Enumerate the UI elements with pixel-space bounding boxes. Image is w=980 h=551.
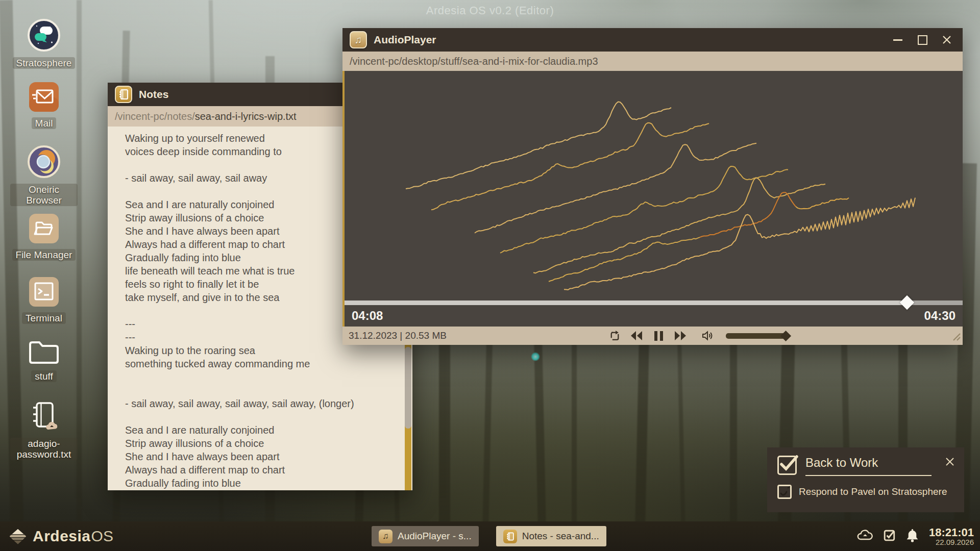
loop-button[interactable] bbox=[608, 329, 621, 342]
clock-date: 22.09.2026 bbox=[936, 538, 974, 546]
music-note-icon: ♫ bbox=[355, 34, 362, 46]
audioplayer-control-bar: 31.12.2023 | 20.53 MB bbox=[342, 327, 963, 345]
playback-controls bbox=[608, 327, 792, 345]
audioplayer-window: ♫ AudioPlayer /vincent-pc/desktop/stuff/… bbox=[342, 28, 963, 345]
desktop-icon-adagio-password[interactable]: adagio-password.txt bbox=[10, 401, 78, 460]
todo-title-checkbox[interactable] bbox=[777, 456, 797, 475]
taskbar-item-audioplayer[interactable]: ♫ AudioPlayer - s... bbox=[372, 526, 479, 546]
desktop-icon-label: stuff bbox=[31, 370, 57, 382]
desktop-icon-label: File Manager bbox=[12, 249, 76, 261]
audioplayer-window-title: AudioPlayer bbox=[374, 34, 436, 46]
volume-slider[interactable] bbox=[726, 333, 792, 339]
total-time: 04:30 bbox=[924, 309, 955, 323]
music-note-icon: ♫ bbox=[379, 530, 393, 543]
notes-app-icon bbox=[115, 86, 132, 103]
desktop-icon-label: Mail bbox=[32, 117, 57, 129]
desktop-icon-mail[interactable]: Mail bbox=[10, 82, 78, 129]
pause-button[interactable] bbox=[652, 329, 665, 342]
volume-fill bbox=[726, 333, 786, 339]
clock-time: 18:21:01 bbox=[929, 527, 974, 538]
close-button[interactable] bbox=[941, 34, 952, 45]
resize-grip[interactable] bbox=[952, 332, 961, 343]
desktop-icon-terminal[interactable]: Terminal bbox=[10, 277, 78, 324]
desktop-icon-oneiric-browser[interactable]: Oneiric Browser bbox=[10, 145, 78, 206]
notebook-icon bbox=[503, 530, 517, 543]
bell-icon[interactable] bbox=[906, 529, 918, 544]
sparkle-glow bbox=[531, 352, 540, 361]
notification-close-icon[interactable] bbox=[945, 457, 955, 468]
todo-notification: Back to Work Respond to Pavel on Stratos… bbox=[767, 447, 964, 512]
stratosphere-chat-icon bbox=[27, 18, 61, 54]
mail-icon bbox=[29, 82, 59, 114]
taskbar: ArdesiaOS ♫ AudioPlayer - s... Notes - s… bbox=[0, 521, 980, 551]
todo-title: Back to Work bbox=[805, 456, 932, 476]
current-time: 04:08 bbox=[352, 309, 383, 323]
taskbar-tasks: ♫ AudioPlayer - s... Notes - sea-and... bbox=[372, 526, 606, 546]
minimize-button[interactable] bbox=[892, 34, 903, 45]
seek-bar[interactable] bbox=[345, 300, 963, 305]
cloud-sync-icon[interactable] bbox=[856, 529, 873, 543]
desktop-icon-label: Stratosphere bbox=[13, 57, 76, 69]
brand-name: Ardesia bbox=[33, 528, 91, 544]
todo-item-checkbox[interactable] bbox=[777, 485, 792, 499]
notebook-file-icon bbox=[28, 401, 60, 435]
desktop-icon-file-manager[interactable]: File Manager bbox=[10, 213, 78, 261]
oneiric-browser-icon bbox=[27, 145, 61, 181]
audioplayer-path-bar: /vincent-pc/desktop/stuff/sea-and-i-mix-… bbox=[342, 52, 963, 71]
volume-handle[interactable] bbox=[780, 330, 791, 341]
taskbar-item-label: AudioPlayer - s... bbox=[398, 531, 472, 542]
brand-suffix: OS bbox=[91, 528, 113, 544]
audioplayer-app-icon: ♫ bbox=[350, 31, 367, 48]
todo-item-label: Respond to Pavel on Stratosphere bbox=[799, 486, 947, 497]
os-watermark: Ardesia OS v0.2 (Editor) bbox=[426, 4, 554, 17]
folder-icon bbox=[28, 340, 60, 367]
desktop-icon-label: Oneiric Browser bbox=[10, 184, 78, 206]
terminal-icon bbox=[29, 277, 59, 309]
desktop-icon-stratosphere[interactable]: Stratosphere bbox=[10, 18, 78, 69]
maximize-button[interactable] bbox=[917, 34, 928, 45]
file-manager-icon bbox=[29, 213, 59, 246]
ardesia-logo-icon bbox=[8, 528, 28, 545]
audioplayer-titlebar[interactable]: ♫ AudioPlayer bbox=[342, 28, 963, 52]
time-row: 04:08 04:30 bbox=[345, 305, 963, 327]
desktop: Ardesia OS v0.2 (Editor) Stratosphere bbox=[0, 0, 980, 551]
tasks-check-icon[interactable] bbox=[884, 529, 896, 543]
seek-bar-played bbox=[345, 300, 907, 305]
taskbar-clock: 18:21:01 22.09.2026 bbox=[929, 527, 974, 546]
taskbar-item-label: Notes - sea-and... bbox=[522, 531, 599, 542]
system-tray: 18:21:01 22.09.2026 bbox=[856, 521, 974, 551]
audioplayer-visualizer-panel: 04:08 04:30 bbox=[342, 71, 963, 327]
notes-scrollbar-thumb[interactable] bbox=[405, 347, 411, 429]
taskbar-item-notes[interactable]: Notes - sea-and... bbox=[496, 526, 606, 546]
rewind-button[interactable] bbox=[630, 329, 643, 342]
fast-forward-button[interactable] bbox=[674, 329, 687, 342]
file-info: 31.12.2023 | 20.53 MB bbox=[342, 330, 447, 341]
desktop-icon-label: Terminal bbox=[22, 312, 66, 324]
desktop-icon-stuff-folder[interactable]: stuff bbox=[10, 340, 78, 382]
notes-path-prefix: /vincent-pc/notes/ bbox=[115, 111, 195, 122]
notes-window-title: Notes bbox=[139, 88, 168, 101]
window-controls bbox=[892, 34, 955, 45]
notes-path-filename: sea-and-i-lyrics-wip.txt bbox=[195, 111, 297, 122]
audioplayer-file-path: /vincent-pc/desktop/stuff/sea-and-i-mix-… bbox=[350, 56, 598, 67]
desktop-icon-label: adagio-password.txt bbox=[10, 438, 78, 460]
waveform-visualization bbox=[345, 71, 963, 300]
volume-icon[interactable] bbox=[701, 329, 714, 342]
os-menu[interactable]: ArdesiaOS bbox=[0, 528, 113, 545]
